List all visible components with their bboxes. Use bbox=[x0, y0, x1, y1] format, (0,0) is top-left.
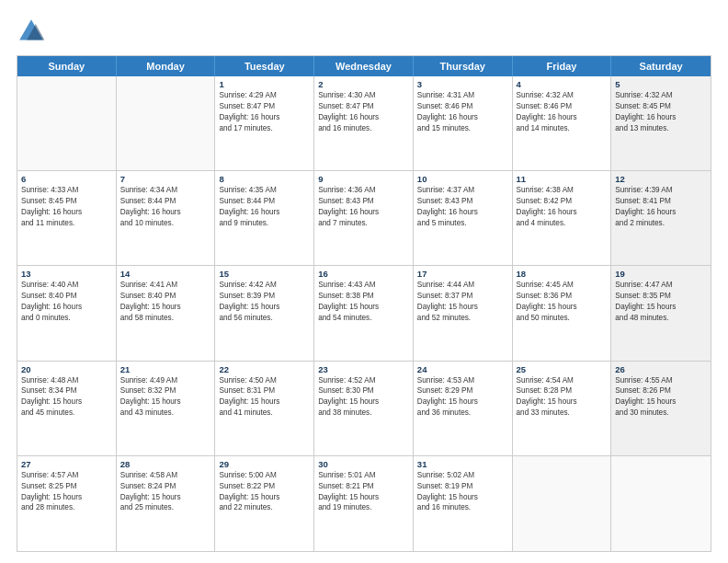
calendar-cell-w2d4: 17Sunrise: 4:44 AMSunset: 8:37 PMDayligh… bbox=[414, 266, 513, 360]
day-number: 24 bbox=[417, 364, 508, 374]
cell-line: Sunset: 8:24 PM bbox=[120, 481, 211, 492]
calendar-cell-w4d6 bbox=[611, 456, 711, 551]
day-number: 27 bbox=[21, 459, 112, 469]
cell-line: Sunrise: 4:39 AM bbox=[615, 185, 707, 196]
cell-line: Daylight: 16 hours bbox=[517, 207, 608, 218]
day-number: 7 bbox=[120, 174, 211, 184]
cell-line: Daylight: 16 hours bbox=[615, 112, 707, 123]
cell-line: and 19 minutes. bbox=[318, 502, 409, 513]
calendar-cell-w0d3: 2Sunrise: 4:30 AMSunset: 8:47 PMDaylight… bbox=[314, 76, 414, 170]
cell-line: Sunrise: 4:45 AM bbox=[517, 280, 608, 291]
cell-line: Sunset: 8:34 PM bbox=[21, 385, 112, 396]
cell-line: and 9 minutes. bbox=[219, 218, 310, 229]
cell-line: Sunrise: 4:50 AM bbox=[219, 375, 310, 386]
cell-line: Sunset: 8:39 PM bbox=[219, 291, 310, 302]
calendar-cell-w3d5: 25Sunrise: 4:54 AMSunset: 8:28 PMDayligh… bbox=[513, 362, 612, 455]
logo bbox=[17, 17, 50, 46]
cell-line: Sunrise: 5:01 AM bbox=[318, 470, 409, 481]
cell-line: Sunrise: 4:32 AM bbox=[615, 90, 707, 101]
cell-line: Sunrise: 5:02 AM bbox=[417, 470, 508, 481]
cell-line: Sunrise: 4:31 AM bbox=[417, 90, 508, 101]
cell-line: and 30 minutes. bbox=[615, 408, 707, 419]
cell-line: and 16 minutes. bbox=[417, 502, 508, 513]
cell-line: Sunset: 8:46 PM bbox=[517, 101, 608, 112]
calendar-cell-w3d6: 26Sunrise: 4:55 AMSunset: 8:26 PMDayligh… bbox=[611, 362, 711, 455]
header-day-thursday: Thursday bbox=[414, 56, 513, 76]
cell-line: Sunrise: 4:53 AM bbox=[417, 375, 508, 386]
cell-line: Sunrise: 4:35 AM bbox=[219, 185, 310, 196]
calendar-cell-w1d0: 6Sunrise: 4:33 AMSunset: 8:45 PMDaylight… bbox=[17, 171, 117, 265]
day-number: 4 bbox=[517, 79, 608, 89]
cell-line: Sunrise: 4:48 AM bbox=[21, 375, 112, 386]
cell-line: Daylight: 15 hours bbox=[120, 396, 211, 408]
header-day-saturday: Saturday bbox=[611, 56, 711, 76]
cell-line: Sunrise: 4:41 AM bbox=[120, 280, 211, 291]
day-number: 23 bbox=[318, 364, 409, 374]
cell-line: Daylight: 16 hours bbox=[318, 207, 409, 218]
cell-line: Sunrise: 4:36 AM bbox=[318, 185, 409, 196]
calendar-cell-w4d3: 30Sunrise: 5:01 AMSunset: 8:21 PMDayligh… bbox=[314, 456, 414, 551]
cell-line: Sunset: 8:19 PM bbox=[417, 481, 508, 492]
day-number: 17 bbox=[417, 269, 508, 279]
cell-line: and 43 minutes. bbox=[120, 408, 211, 419]
cell-line: Daylight: 15 hours bbox=[615, 302, 707, 313]
cell-line: Sunrise: 4:32 AM bbox=[517, 90, 608, 101]
cell-line: Sunrise: 4:44 AM bbox=[417, 280, 508, 291]
cell-line: Sunset: 8:41 PM bbox=[615, 196, 707, 207]
cell-line: and 11 minutes. bbox=[21, 218, 112, 229]
cell-line: Daylight: 16 hours bbox=[318, 112, 409, 123]
header-day-wednesday: Wednesday bbox=[314, 56, 414, 76]
calendar-cell-w2d3: 16Sunrise: 4:43 AMSunset: 8:38 PMDayligh… bbox=[314, 266, 414, 360]
cell-line: Daylight: 15 hours bbox=[120, 302, 211, 313]
calendar-cell-w4d1: 28Sunrise: 4:58 AMSunset: 8:24 PMDayligh… bbox=[117, 456, 216, 551]
calendar-row-2: 13Sunrise: 4:40 AMSunset: 8:40 PMDayligh… bbox=[17, 266, 711, 361]
day-number: 22 bbox=[219, 364, 310, 374]
calendar-cell-w0d5: 4Sunrise: 4:32 AMSunset: 8:46 PMDaylight… bbox=[513, 76, 612, 170]
cell-line: and 5 minutes. bbox=[417, 218, 508, 229]
cell-line: Sunrise: 4:42 AM bbox=[219, 280, 310, 291]
cell-line: Sunset: 8:40 PM bbox=[120, 291, 211, 302]
calendar-cell-w0d1 bbox=[117, 76, 216, 170]
calendar-cell-w4d0: 27Sunrise: 4:57 AMSunset: 8:25 PMDayligh… bbox=[17, 456, 117, 551]
cell-line: and 50 minutes. bbox=[517, 313, 608, 324]
calendar-cell-w0d4: 3Sunrise: 4:31 AMSunset: 8:46 PMDaylight… bbox=[414, 76, 513, 170]
day-number: 12 bbox=[615, 174, 707, 184]
calendar-cell-w1d4: 10Sunrise: 4:37 AMSunset: 8:43 PMDayligh… bbox=[414, 171, 513, 265]
cell-line: and 52 minutes. bbox=[417, 313, 508, 324]
cell-line: and 7 minutes. bbox=[318, 218, 409, 229]
cell-line: and 54 minutes. bbox=[318, 313, 409, 324]
cell-line: Sunset: 8:47 PM bbox=[318, 101, 409, 112]
cell-line: Daylight: 15 hours bbox=[318, 396, 409, 408]
calendar-cell-w1d2: 8Sunrise: 4:35 AMSunset: 8:44 PMDaylight… bbox=[215, 171, 314, 265]
cell-line: Daylight: 15 hours bbox=[219, 396, 310, 408]
cell-line: and 22 minutes. bbox=[219, 502, 310, 513]
calendar-cell-w1d5: 11Sunrise: 4:38 AMSunset: 8:42 PMDayligh… bbox=[513, 171, 612, 265]
cell-line: Sunset: 8:44 PM bbox=[120, 196, 211, 207]
cell-line: Sunset: 8:42 PM bbox=[517, 196, 608, 207]
cell-line: Sunset: 8:22 PM bbox=[219, 481, 310, 492]
cell-line: Sunrise: 4:49 AM bbox=[120, 375, 211, 386]
cell-line: Sunrise: 4:37 AM bbox=[417, 185, 508, 196]
cell-line: Daylight: 15 hours bbox=[318, 302, 409, 313]
calendar: SundayMondayTuesdayWednesdayThursdayFrid… bbox=[17, 55, 711, 552]
header-day-sunday: Sunday bbox=[17, 56, 117, 76]
calendar-cell-w4d4: 31Sunrise: 5:02 AMSunset: 8:19 PMDayligh… bbox=[414, 456, 513, 551]
cell-line: and 38 minutes. bbox=[318, 408, 409, 419]
calendar-cell-w3d0: 20Sunrise: 4:48 AMSunset: 8:34 PMDayligh… bbox=[17, 362, 117, 455]
cell-line: Sunrise: 4:52 AM bbox=[318, 375, 409, 386]
logo-icon bbox=[17, 17, 46, 46]
cell-line: Daylight: 16 hours bbox=[517, 112, 608, 123]
cell-line: and 25 minutes. bbox=[120, 502, 211, 513]
cell-line: Sunset: 8:30 PM bbox=[318, 385, 409, 396]
day-number: 18 bbox=[517, 269, 608, 279]
cell-line: Sunset: 8:44 PM bbox=[219, 196, 310, 207]
cell-line: Daylight: 15 hours bbox=[120, 492, 211, 503]
cell-line: and 4 minutes. bbox=[517, 218, 608, 229]
day-number: 19 bbox=[615, 269, 707, 279]
cell-line: Daylight: 16 hours bbox=[21, 302, 112, 313]
calendar-cell-w0d0 bbox=[17, 76, 117, 170]
day-number: 29 bbox=[219, 459, 310, 469]
day-number: 31 bbox=[417, 459, 508, 469]
day-number: 13 bbox=[21, 269, 112, 279]
calendar-row-1: 6Sunrise: 4:33 AMSunset: 8:45 PMDaylight… bbox=[17, 171, 711, 266]
